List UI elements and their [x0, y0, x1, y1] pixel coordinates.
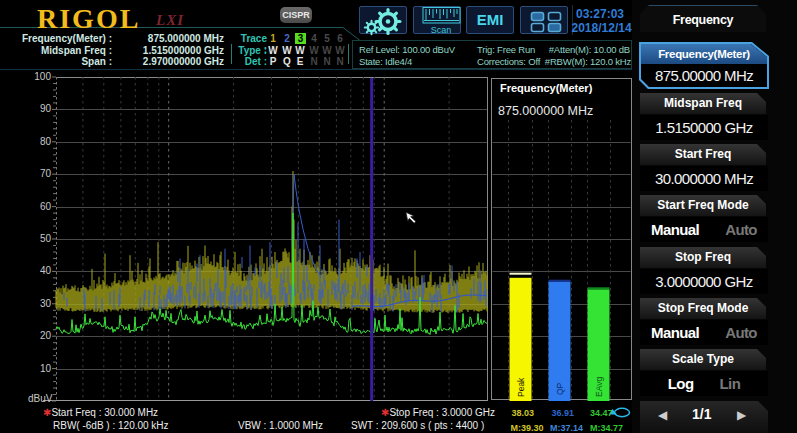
svg-text:EAvg: EAvg: [594, 377, 604, 397]
svg-text:EMI: EMI: [477, 11, 504, 28]
svg-text:Scan: Scan: [431, 25, 452, 35]
svg-text:QP: QP: [555, 382, 565, 395]
svg-text:Peak: Peak: [516, 377, 526, 397]
